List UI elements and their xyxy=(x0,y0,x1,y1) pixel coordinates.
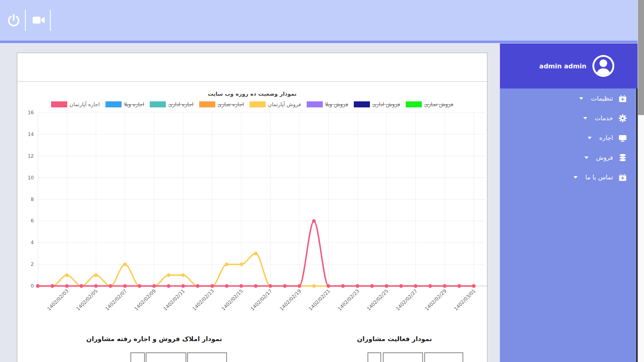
left-chart-select-1[interactable] xyxy=(146,352,186,362)
legend-swatch xyxy=(150,101,166,107)
svg-text:10: 10 xyxy=(28,175,34,181)
chart-legend: اجاره آپارتماناجاره ویلااجاره اداریاجاره… xyxy=(17,101,487,107)
legend-item-5[interactable]: فروش آپارتمان xyxy=(250,101,301,107)
svg-text:14: 14 xyxy=(28,132,34,137)
chevron-down-icon xyxy=(574,176,578,179)
legend-swatch xyxy=(307,101,323,107)
legend-item-2[interactable]: اجاره ویلا xyxy=(105,101,144,107)
calendar-plus-icon xyxy=(618,94,627,103)
svg-text:1402/02/05: 1402/02/05 xyxy=(75,288,99,312)
svg-text:1402/02/27: 1402/02/27 xyxy=(395,288,419,312)
chevron-down-icon xyxy=(584,156,588,159)
sidebar-menu: تنظیمات خدمات اجاره فروش تماس با ما xyxy=(500,88,638,362)
svg-text:1402/02/25: 1402/02/25 xyxy=(366,288,390,312)
legend-label: اجاره آپارتمان xyxy=(70,101,100,107)
legend-label: فروش ویلا xyxy=(325,101,348,107)
svg-text:2: 2 xyxy=(31,261,34,267)
user-name: admin admin xyxy=(539,62,586,70)
sidebar-item-4[interactable]: فروش xyxy=(500,148,636,167)
chevron-down-icon xyxy=(579,97,583,100)
gear-icon xyxy=(618,114,627,123)
svg-text:1402/02/19: 1402/02/19 xyxy=(279,288,302,312)
calendar-plus-icon xyxy=(618,173,627,182)
legend-label: اجاره ویلا xyxy=(124,101,144,107)
top-header-bar xyxy=(0,0,638,43)
svg-text:16: 16 xyxy=(28,110,34,115)
sidebar-item-2[interactable]: خدمات xyxy=(500,108,636,128)
svg-text:4: 4 xyxy=(31,240,34,245)
legend-item-3[interactable]: اجاره اداری xyxy=(150,101,193,107)
video-button[interactable] xyxy=(30,10,47,30)
legend-label: اجاره تجاری xyxy=(218,101,244,107)
dashboard-panel: نمودار وضعیت ده روزه وب سایت اجاره آپارت… xyxy=(17,53,487,362)
svg-text:1402/02/15: 1402/02/15 xyxy=(221,288,244,312)
status-line-chart: 02468101214161402/02/031402/02/051402/02… xyxy=(17,109,488,325)
sidebar-item-label: تنظیمات xyxy=(591,95,613,102)
chevron-down-icon xyxy=(588,137,592,139)
svg-text:1402/03/01: 1402/03/01 xyxy=(453,288,477,312)
svg-text:6: 6 xyxy=(31,218,34,224)
sidebar-item-label: اجاره xyxy=(599,134,613,142)
legend-swatch xyxy=(105,101,122,107)
user-panel: admin admin xyxy=(500,43,638,88)
right-chart-count-input[interactable] xyxy=(367,352,381,362)
header-separator xyxy=(50,10,51,31)
legend-label: فروش اداری xyxy=(372,101,400,107)
svg-text:12: 12 xyxy=(28,153,34,159)
svg-text:1402/02/17: 1402/02/17 xyxy=(250,288,273,312)
legend-swatch xyxy=(250,101,266,107)
chevron-down-icon xyxy=(583,117,587,119)
bottom-left-chart-title: نمودار املاک فروش و اجاره رفته مشاوران xyxy=(82,335,227,343)
legend-swatch xyxy=(51,101,67,107)
svg-text:1402/02/13: 1402/02/13 xyxy=(192,288,215,312)
header-separator xyxy=(25,10,26,31)
sidebar-item-label: تماس با ما xyxy=(585,174,613,181)
monitor-icon xyxy=(618,134,627,142)
sidebar-item-label: فروش xyxy=(596,154,613,161)
svg-text:1402/02/09: 1402/02/09 xyxy=(133,288,157,312)
legend-item-8[interactable]: فروش تجاری xyxy=(406,101,453,107)
sidebar-item-1[interactable]: تنظیمات xyxy=(500,88,636,108)
svg-text:1402/02/23: 1402/02/23 xyxy=(337,288,361,312)
legend-label: فروش آپارتمان xyxy=(268,101,301,107)
legend-item-7[interactable]: فروش اداری xyxy=(354,101,400,107)
user-avatar[interactable] xyxy=(592,54,615,78)
legend-swatch xyxy=(406,101,422,107)
right-chart-select-2[interactable] xyxy=(424,352,463,362)
svg-text:1402/02/29: 1402/02/29 xyxy=(424,288,448,312)
bottom-right-chart-title: نمودار فعالیت مشاوران xyxy=(322,335,467,343)
power-button[interactable] xyxy=(5,10,23,30)
video-camera-icon xyxy=(31,13,46,27)
svg-text:1402/02/21: 1402/02/21 xyxy=(308,288,331,312)
legend-label: فروش تجاری xyxy=(424,101,453,107)
sidebar-item-5[interactable]: تماس با ما xyxy=(500,167,636,187)
legend-item-6[interactable]: فروش ویلا xyxy=(307,101,348,107)
sidebar-item-label: خدمات xyxy=(595,115,613,122)
legend-label: اجاره اداری xyxy=(168,101,193,107)
main-chart-title: نمودار وضعیت ده روزه وب سایت xyxy=(17,90,487,97)
legend-swatch xyxy=(354,101,370,107)
legend-swatch xyxy=(199,101,215,107)
svg-text:0: 0 xyxy=(31,283,34,289)
left-chart-count-input[interactable] xyxy=(130,352,145,362)
left-chart-select-2[interactable] xyxy=(187,352,227,362)
svg-text:1402/02/03: 1402/02/03 xyxy=(46,288,70,312)
panel-toolbar-strip xyxy=(17,53,487,82)
page-scrollbar[interactable] xyxy=(638,0,644,362)
database-icon xyxy=(618,153,627,162)
right-chart-select-1[interactable] xyxy=(383,352,423,362)
power-icon xyxy=(7,12,21,28)
svg-text:1402/02/11: 1402/02/11 xyxy=(162,288,186,312)
legend-item-1[interactable]: اجاره آپارتمان xyxy=(51,101,100,107)
svg-text:1402/02/07: 1402/02/07 xyxy=(104,288,128,312)
sidebar-item-3[interactable]: اجاره xyxy=(500,128,636,148)
scrollbar-thumb[interactable] xyxy=(638,0,644,115)
svg-text:8: 8 xyxy=(31,197,34,202)
legend-item-4[interactable]: اجاره تجاری xyxy=(199,101,244,107)
